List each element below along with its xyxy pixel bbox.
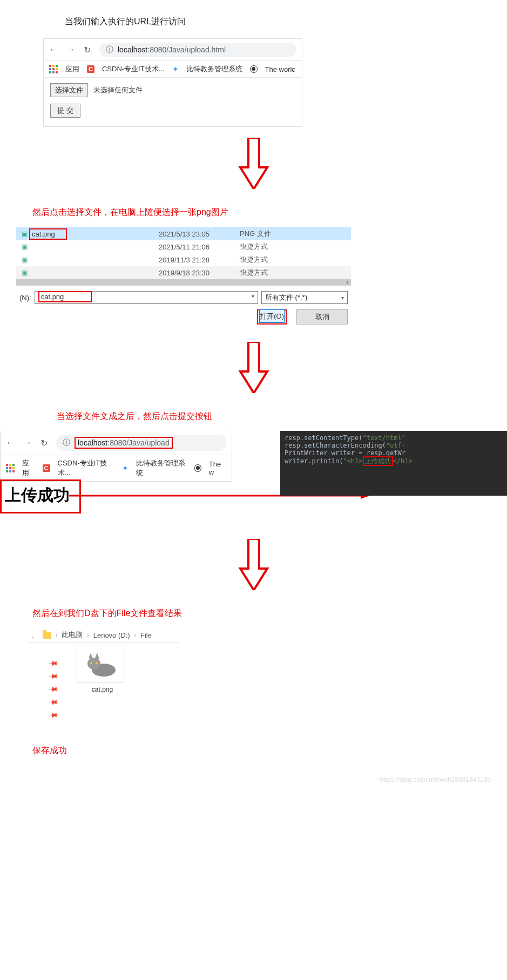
apps-icon[interactable] [6, 464, 15, 472]
code-line: writer.println( [285, 457, 343, 465]
arrow-1 [0, 138, 507, 191]
crumb-folder[interactable]: File [140, 631, 152, 639]
step3-caption: 当选择文件文成之后，然后点击提交按钮 [57, 411, 507, 422]
watermark-text: https://blog.csdn.net/wkh18891843165 [0, 765, 507, 800]
bit-icon: ✦ [172, 65, 179, 73]
thumbnail-image [77, 645, 124, 682]
address-bar[interactable]: ⓘ localhost:8080/Java/upload [56, 435, 226, 451]
breadcrumb[interactable]: 、 › 此电脑 › Lenovo (D:) › File [28, 628, 179, 642]
bookmark-csdn[interactable]: CSDN-专业IT技术... [58, 458, 114, 478]
file-thumbnail[interactable]: cat.png [77, 645, 128, 693]
folder-icon [43, 632, 51, 639]
svg-point-7 [96, 662, 98, 664]
pin-icon: 📌 [48, 710, 57, 719]
file-tile-name: cat.png [77, 686, 128, 693]
connector-arrow [69, 495, 370, 505]
file-date: 2019/11/3 21:28 [159, 256, 240, 264]
no-file-label: 未选择任何文件 [93, 86, 143, 94]
url-path: :8080/Java/upload [107, 438, 169, 447]
pin-icon: 📌 [48, 697, 57, 706]
pin-icon: 📌 [48, 671, 57, 680]
code-string: "<h1> [343, 457, 362, 465]
scrollbar[interactable]: › [16, 279, 351, 286]
file-row[interactable]: ▣ 2019/9/18 23:30 快捷方式 [16, 266, 351, 279]
back-icon[interactable]: ← [6, 438, 15, 448]
code-line: resp.setContentType( [285, 434, 363, 442]
choose-file-button[interactable]: 选择文件 [50, 83, 88, 97]
apps-label[interactable]: 应用 [65, 64, 79, 74]
scroll-right-icon[interactable]: › [346, 278, 349, 286]
submit-button[interactable]: 提 交 [50, 104, 80, 118]
dropdown-icon: ▾ [341, 295, 344, 301]
file-icon: ▣ [19, 256, 29, 263]
bookmarks-bar: 应用 C CSDN-专业IT技术... ✦ 比特教务管理系统 The w [1, 455, 232, 482]
file-type: 快捷方式 [240, 255, 348, 265]
file-explorer: 、 › 此电脑 › Lenovo (D:) › File 📌 📌 📌 📌 📌 [28, 628, 179, 729]
apps-label[interactable]: 应用 [22, 458, 35, 478]
pin-icon: 📌 [48, 658, 57, 667]
back-icon[interactable]: ← [49, 45, 58, 55]
chevron-right-icon: › [56, 632, 57, 638]
bookmark-bit[interactable]: 比特教务管理系统 [136, 458, 187, 478]
nav-toolbar: ← → ↻ ⓘ localhost:8080/Java/upload.html [44, 39, 302, 61]
chevron-right-icon: › [87, 632, 89, 638]
file-row[interactable]: ▣ 2019/11/3 21:28 快捷方式 [16, 253, 351, 266]
crumb-drive[interactable]: Lenovo (D:) [93, 631, 130, 639]
file-type: PNG 文件 [240, 229, 348, 239]
open-button[interactable]: 打开(O) [259, 309, 285, 323]
bookmark-bit[interactable]: 比特教务管理系统 [186, 64, 242, 74]
filename-label: (N): [19, 294, 31, 302]
file-icon: ▣ [19, 269, 29, 276]
file-row[interactable]: ▣ 2021/5/11 21:06 快捷方式 [16, 240, 351, 253]
step2-caption: 然后点击选择文件，在电脑上随便选择一张png图片 [32, 207, 507, 218]
cancel-button[interactable]: 取消 [296, 309, 348, 325]
file-icon: ▣ [19, 243, 29, 251]
info-icon: ⓘ [63, 438, 70, 448]
svg-marker-4 [89, 653, 93, 659]
file-type: 快捷方式 [240, 268, 348, 278]
github-icon [194, 464, 201, 472]
reload-icon[interactable]: ↻ [40, 438, 48, 448]
filename-input[interactable]: cat.png ▾ [35, 291, 258, 304]
file-type: 快捷方式 [240, 242, 348, 252]
file-open-dialog: ▣ cat.png 2021/5/13 23:05 PNG 文件 ▣ 2021/… [16, 227, 351, 331]
crumb-this-pc[interactable]: 此电脑 [62, 630, 83, 640]
filter-value: 所有文件 (*.*) [265, 293, 307, 302]
file-row-selected[interactable]: ▣ cat.png 2021/5/13 23:05 PNG 文件 [16, 227, 351, 240]
nav-toolbar: ← → ↻ ⓘ localhost:8080/Java/upload [1, 431, 232, 455]
file-date: 2019/9/18 23:30 [159, 269, 240, 277]
code-highlighted: 上传成功 [363, 456, 393, 466]
reload-icon[interactable]: ↻ [84, 45, 91, 55]
address-bar[interactable]: ⓘ localhost:8080/Java/upload.html [99, 43, 296, 57]
url-host: localhost [118, 45, 147, 54]
forward-icon[interactable]: → [66, 45, 75, 55]
info-icon: ⓘ [106, 45, 113, 55]
svg-point-3 [87, 658, 100, 670]
browser-window-2: ← → ↻ ⓘ localhost:8080/Java/upload 应用 C … [0, 431, 232, 482]
code-line: resp.setCharacterEncoding( [285, 442, 386, 449]
arrow-2 [0, 342, 507, 395]
step1-caption: 当我们输入执行的URL进行访问 [65, 16, 507, 28]
code-editor-snippet: resp.setContentType("text/html" resp.set… [280, 431, 507, 496]
step4-caption: 然后在到我们D盘下的File文件查看结果 [32, 608, 507, 619]
file-date: 2021/5/11 21:06 [159, 243, 240, 251]
svg-marker-5 [95, 653, 99, 659]
apps-icon[interactable] [49, 65, 58, 73]
bit-icon: ✦ [122, 464, 129, 472]
page-body: 选择文件 未选择任何文件 提 交 [44, 78, 302, 126]
final-caption: 保存成功 [32, 745, 507, 756]
browser-window-1: ← → ↻ ⓘ localhost:8080/Java/upload.html … [43, 38, 302, 127]
filetype-filter[interactable]: 所有文件 (*.*) ▾ [261, 291, 348, 304]
forward-icon[interactable]: → [23, 438, 32, 448]
bookmark-world[interactable]: The w [209, 460, 226, 476]
file-name-selected: cat.png [29, 228, 67, 240]
file-icon: ▣ [19, 230, 29, 238]
url-path: :8080/Java/upload.html [147, 45, 226, 54]
csdn-icon: C [87, 65, 94, 73]
csdn-icon: C [43, 464, 50, 472]
url-host: localhost [78, 438, 107, 447]
bookmark-csdn[interactable]: CSDN-专业IT技术... [102, 64, 165, 74]
svg-point-6 [90, 662, 92, 664]
bookmark-world[interactable]: The worlc [265, 65, 295, 73]
dropdown-icon[interactable]: ▾ [252, 293, 254, 299]
